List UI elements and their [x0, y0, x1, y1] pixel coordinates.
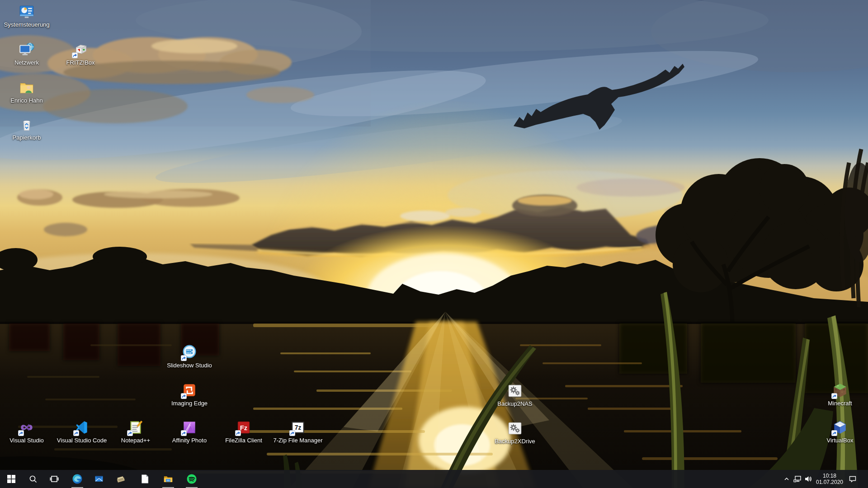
desktop-icon-label: Affinity Photo [172, 437, 207, 444]
desktop-icon-label: Imaging Edge [171, 400, 208, 407]
desktop-icon-label: 7-Zip File Manager [273, 437, 322, 444]
taskbar-edge-button[interactable] [68, 470, 86, 488]
shortcut-arrow-icon [127, 430, 133, 436]
desktop-icon-label: FileZilla Client [225, 437, 262, 444]
desktop: Systemsteuerung Netzwerk FRITZ!Box Enric… [0, 0, 868, 488]
organizer-book-icon [115, 474, 126, 484]
virtualbox-icon [832, 419, 848, 436]
desktop-icon-backup2nas[interactable]: Backup2NAS [481, 383, 549, 407]
user-folder-icon [19, 80, 35, 96]
shortcut-arrow-icon [18, 430, 24, 436]
desktop-icon-label: Minecraft [828, 400, 852, 407]
recycle-bin-icon [19, 117, 35, 133]
windows-logo-icon [7, 475, 15, 483]
task-view-icon [50, 474, 59, 483]
shortcut-arrow-icon [831, 393, 837, 399]
shortcut-arrow-icon [181, 430, 187, 436]
tray-network-button[interactable] [792, 470, 803, 488]
seven-zip-icon: 7z [290, 419, 306, 436]
desktop-icon-fritzbox[interactable]: FRITZ!Box [47, 42, 114, 66]
volume-icon [804, 475, 812, 483]
minecraft-grass-block-icon [832, 382, 848, 399]
vscode-icon [74, 419, 90, 436]
desktop-icon-label: Slideshow Studio [167, 362, 212, 369]
batch-script-gears-icon [507, 383, 523, 399]
control-panel-icon [19, 4, 35, 20]
action-center-button[interactable] [847, 470, 858, 488]
svg-text:Fz: Fz [240, 424, 247, 432]
taskbar-spotify-button[interactable] [183, 470, 201, 488]
taskbar-mail-button[interactable] [90, 470, 108, 488]
filezilla-icon: Fz [236, 419, 252, 436]
search-icon [28, 474, 38, 483]
desktop-icon-label: Backup2NAS [497, 400, 532, 407]
desktop-icon-label: Visual Studio [9, 437, 44, 444]
desktop-icon-backup2xdrive[interactable]: Backup2XDrive [481, 420, 549, 445]
visual-studio-icon [19, 419, 35, 436]
show-hidden-icons-button[interactable] [781, 470, 792, 488]
desktop-icon-slideshow-studio[interactable]: Slideshow Studio [156, 344, 223, 369]
action-center-icon [849, 475, 857, 483]
desktop-icon-label: VirtualBox [826, 437, 853, 444]
shortcut-arrow-icon [831, 430, 837, 436]
desktop-icon-label: FRITZ!Box [66, 59, 95, 66]
taskbar-file-explorer-button[interactable] [159, 470, 177, 488]
affinity-photo-icon [181, 419, 198, 436]
desktop-icon-label: Backup2XDrive [495, 438, 535, 445]
clock-time: 10:18 [823, 473, 836, 479]
desktop-icon-imaging-edge[interactable]: Imaging Edge [156, 382, 223, 407]
taskbar-clock[interactable]: 10:18 01.07.2020 [812, 470, 847, 488]
shortcut-arrow-icon [181, 355, 187, 361]
mail-icon [94, 474, 104, 484]
start-button[interactable] [2, 470, 20, 488]
wallpaper-sunset-lake [0, 0, 868, 488]
spotify-icon [186, 474, 197, 484]
desktop-icon-label: Netzwerk [14, 59, 39, 66]
svg-text:7z: 7z [295, 424, 302, 431]
libreoffice-document-icon [139, 474, 150, 484]
imaging-edge-icon [181, 382, 198, 399]
desktop-icon-virtualbox[interactable]: VirtualBox [806, 419, 868, 444]
notepad-plus-plus-icon [127, 419, 144, 436]
desktop-icon-7zip[interactable]: 7z 7-Zip File Manager [264, 419, 332, 444]
desktop-icon-papierkorb[interactable]: Papierkorb [0, 117, 61, 141]
batch-script-gears-icon [507, 420, 523, 436]
desktop-icon-systemsteuerung[interactable]: Systemsteuerung [0, 4, 61, 28]
desktop-icon-label: Papierkorb [13, 134, 41, 141]
desktop-icon-enrico-hahn[interactable]: Enrico Hahn [0, 80, 61, 104]
file-explorer-icon [163, 474, 174, 484]
network-ethernet-icon [793, 475, 802, 483]
taskbar-organizer-button[interactable] [112, 470, 130, 488]
shortcut-arrow-icon [72, 52, 78, 58]
shortcut-arrow-icon [289, 430, 295, 436]
taskbar: 10:18 01.07.2020 [0, 470, 868, 488]
task-view-button[interactable] [45, 470, 63, 488]
desktop-icon-label: Enrico Hahn [10, 97, 43, 104]
taskbar-libreoffice-button[interactable] [136, 470, 154, 488]
fritzbox-router-icon [72, 42, 89, 58]
shortcut-arrow-icon [181, 393, 187, 399]
desktop-icon-label: Systemsteuerung [4, 21, 49, 28]
clock-date: 01.07.2020 [816, 479, 843, 485]
desktop-icon-label: Notepad++ [121, 437, 150, 444]
network-icon [19, 42, 35, 58]
desktop-icon-minecraft[interactable]: Minecraft [806, 382, 868, 407]
search-button[interactable] [24, 470, 42, 488]
edge-icon [72, 474, 83, 484]
shortcut-arrow-icon [73, 430, 79, 436]
shortcut-arrow-icon [235, 430, 241, 436]
desktop-icon-label: Visual Studio Code [57, 437, 107, 444]
slideshow-studio-icon [181, 344, 198, 361]
chevron-up-icon [783, 476, 790, 482]
